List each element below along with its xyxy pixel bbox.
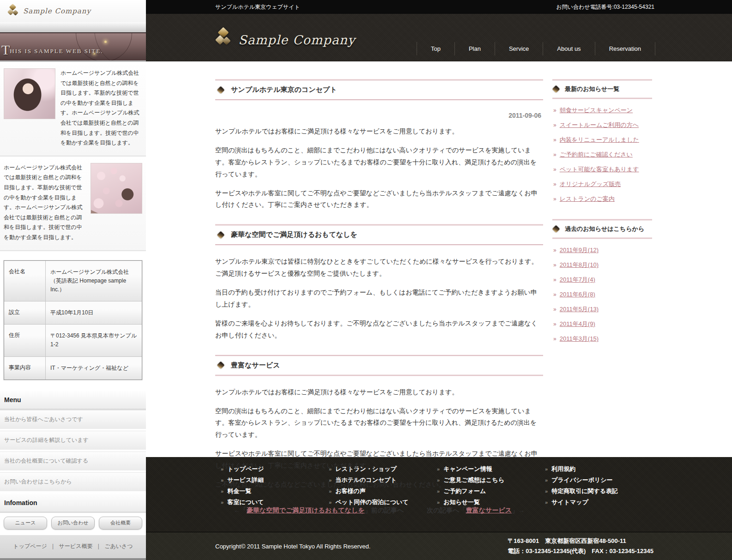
article-paragraph: サンプルホテルではお客様にご満足頂ける様々なサービスをご用意しております。: [215, 126, 543, 138]
article-title: サンプルホテル東京のコンセプト: [231, 85, 337, 94]
news-link[interactable]: スイートルームご利用の方へ: [560, 121, 639, 128]
greeting-link[interactable]: ごあいさつ: [104, 542, 133, 550]
article-paragraph: サンプルホテルではお客様にご満足頂ける様々なサービスをご用意しております。: [215, 386, 543, 398]
archive-link[interactable]: 2011年4月(9): [560, 320, 595, 327]
copyright-text: Copyright© 2011 Sample Hotel Tokyo All R…: [215, 543, 370, 550]
contact-button[interactable]: お問い合わせ: [51, 517, 95, 530]
sidebar-item-greeting[interactable]: 当社から皆様へごあいさつです: [0, 410, 146, 429]
article-column: サンプルホテル東京のコンセプト 2011-09-06 サンプルホテルではお客様に…: [215, 80, 543, 515]
news-button[interactable]: ニュース: [4, 517, 47, 530]
blossom-photo: [91, 163, 142, 214]
news-link[interactable]: ペット可能な客室もあります: [560, 166, 639, 173]
archive-list: »2011年9月(12) »2011年8月(10) »2011年7月(4) »2…: [552, 246, 652, 343]
news-link[interactable]: 朝食サービスキャンペーン: [560, 107, 633, 114]
top-page-link[interactable]: トップページ: [13, 542, 47, 550]
list-item: »ペット可能な客室もあります: [553, 165, 652, 174]
menu-heading: Menu: [0, 390, 146, 410]
diamond-bullet-icon: [552, 225, 560, 233]
article-paragraph: 空間の演出はもちろんのこと、細部にまでこだわり他にはない高いクオリティでのサービ…: [215, 405, 543, 441]
news-heading: 最新のお知らせ一覧: [552, 80, 652, 98]
archive-link[interactable]: 2011年6月(8): [560, 291, 595, 298]
sidebar-item-service[interactable]: サービスの詳細を解説しています: [0, 431, 146, 450]
article-heading: 豪華な空間でご満足頂けるおもてなしを: [215, 225, 543, 245]
site-name: サンプルホテル東京ウェブサイト: [215, 3, 300, 11]
prev-arrow: ←「: [234, 506, 247, 514]
sidebar-gradient-divider: [0, 22, 146, 32]
about-block-1: ホームページサンプル株式会社では最新技術と自然との調和を目指します。革新的な技術…: [0, 62, 146, 157]
list-item: »レストランのご案内: [553, 195, 652, 203]
news-list: »朝食サービスキャンペーン »スイートルームご利用の方へ »内装をリニューアルし…: [552, 106, 652, 203]
article-paragraph: 当日の予約も受け付けておりますのでご予約フォーム、もしくはお電話にてご予約いただ…: [215, 287, 543, 311]
separator: ｜: [96, 542, 101, 550]
list-item: »オリジナルグッズ販売: [553, 180, 652, 188]
address-block: 〒163-8001 東京都新宿区西新宿48-500-11 電話：03-12345…: [508, 536, 653, 556]
list-item: »2011年5月(13): [553, 305, 652, 313]
footer-link[interactable]: »特定商取引に関する表記: [545, 486, 653, 497]
nav-top[interactable]: Top: [417, 42, 454, 55]
phone-number: お問い合わせ電話番号:03-12345-54321: [556, 3, 654, 11]
sidebar-logo[interactable]: Sample Company: [0, 0, 146, 22]
diamond-bullet-icon: [217, 86, 225, 94]
banner-title: THIS IS SAMPLE WEB SITE.: [1, 42, 103, 58]
article-heading: サンプルホテル東京のコンセプト: [215, 80, 543, 100]
diamond-bullet-icon: [217, 361, 225, 369]
header-logo[interactable]: Sample Company: [216, 28, 355, 52]
news-link[interactable]: オリジナルグッズ販売: [560, 181, 621, 187]
nav-reservation[interactable]: Reservation: [595, 42, 655, 55]
table-value: 〒012-3456 見本県見本市サンプル1-2: [46, 325, 142, 356]
news-link[interactable]: 内装をリニューアルしました: [560, 136, 639, 143]
nav-plan[interactable]: Plan: [454, 42, 495, 55]
archive-link[interactable]: 2011年3月(15): [560, 335, 599, 342]
about-text: ホームページサンプル株式会社では最新技術と自然との調和を目指します。革新的な技術…: [60, 68, 142, 148]
list-item: »内装をリニューアルしました: [553, 136, 652, 144]
separator: ｜: [50, 542, 56, 550]
list-item: »ご予約前にご確認ください: [553, 151, 652, 159]
sparkle-icon: [104, 41, 107, 43]
main-area: サンプルホテル東京ウェブサイト お問い合わせ電話番号:03-12345-5432…: [146, 0, 732, 560]
sidebar-banner: THIS IS SAMPLE WEB SITE.: [0, 32, 146, 62]
article-title: 豊富なサービス: [231, 361, 280, 370]
news-link[interactable]: ご予約前にご確認ください: [560, 151, 633, 158]
company-overview-button[interactable]: 会社概要: [99, 517, 142, 530]
table-row: 事業内容 IT・マーケティング・福祉など: [4, 357, 142, 379]
news-link[interactable]: レストランのご案内: [560, 195, 615, 202]
article-paragraph: サンプルホテル東京では皆様に特別なひとときをすごしていただくために様々なサービス…: [215, 256, 543, 280]
footer-column-4: »利用規約 »プライバシーポリシー »特定商取引に関する表記 »サイトマップ: [545, 464, 653, 508]
main-navigation: Top Plan Service About us Reservation: [417, 42, 655, 55]
sidebar-copyright: © Copyright サンプル株式会社 All Rights Reseved.: [0, 558, 146, 560]
table-value: 平成10年1月10日: [46, 301, 142, 324]
sidebar-item-contact[interactable]: お問い合わせはこちらから: [0, 472, 146, 492]
table-row: 住所 〒012-3456 見本県見本市サンプル1-2: [4, 325, 142, 356]
table-label: 会社名: [4, 261, 46, 301]
article-omotenashi: 豪華な空間でご満足頂けるおもてなしを サンプルホテル東京では皆様に特別なひととき…: [215, 225, 543, 341]
archive-link[interactable]: 2011年8月(10): [560, 261, 599, 268]
sidebar-item-company[interactable]: 当社の会社概要について確認する: [0, 452, 146, 471]
footer-link[interactable]: »プライバシーポリシー: [545, 475, 653, 486]
bottom-bar: Copyright© 2011 Sample Hotel Tokyo All R…: [146, 532, 732, 560]
sidebar-footer-links: トップページ ｜ サービス概要 ｜ ごあいさつ: [0, 535, 146, 558]
footer-link[interactable]: »サイトマップ: [545, 497, 653, 508]
prev-article-link[interactable]: 豪華な空間でご満足頂けるおもてなしを: [247, 506, 365, 514]
nav-service[interactable]: Service: [495, 42, 543, 55]
table-row: 設立 平成10年1月10日: [4, 301, 142, 325]
service-overview-link[interactable]: サービス概要: [59, 542, 93, 550]
article-paragraph: ご不明な点、気になる点などございましたらお気軽にお問い合わせください。: [215, 479, 543, 491]
article-paragraph: サービスやホテル客室に関してご不明な点やご要望などございましたら当ホテルスタッフ…: [215, 448, 543, 472]
diamond-bullet-icon: [552, 85, 560, 93]
company-diamond-logo-icon: [8, 4, 18, 18]
archive-heading: 過去のお知らせはこちらから: [552, 220, 652, 238]
table-value: IT・マーケティング・福祉など: [46, 357, 142, 379]
archive-link[interactable]: 2011年9月(12): [560, 247, 599, 253]
company-table: 会社名 ホームページサンプル株式会社 （英語表記 Homepage sample…: [4, 260, 142, 380]
archive-link[interactable]: 2011年7月(4): [560, 276, 595, 283]
left-sidebar: Sample Company THIS IS SAMPLE WEB SITE. …: [0, 0, 146, 560]
header-logo-text: Sample Company: [238, 33, 355, 47]
list-item: »2011年4月(9): [553, 320, 652, 328]
nav-about-us[interactable]: About us: [543, 42, 594, 55]
info-buttons: ニュース お問い合わせ 会社概要: [0, 513, 146, 535]
next-article-link[interactable]: 豊富なサービス: [466, 506, 512, 514]
company-diamond-logo-icon: [216, 28, 232, 52]
sidebar-logo-text: Sample Company: [23, 7, 91, 15]
archive-link[interactable]: 2011年5月(13): [560, 306, 599, 313]
footer-link[interactable]: »利用規約: [545, 464, 653, 475]
